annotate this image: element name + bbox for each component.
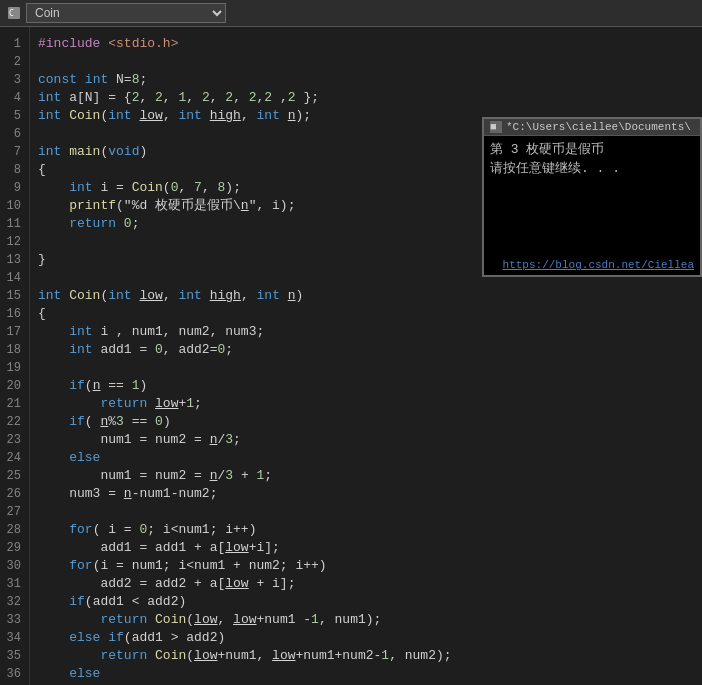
line-number: 22: [4, 413, 21, 431]
line-number: 11: [4, 215, 21, 233]
line-number: 18: [4, 341, 21, 359]
line-number: 17: [4, 323, 21, 341]
code-line: return Coin(low, low+num1 -1, num1);: [38, 611, 702, 629]
line-number: 30: [4, 557, 21, 575]
editor-container: 1234567891011121314151617181920212223242…: [0, 27, 702, 685]
code-line: num3 = n-num1-num2;: [38, 485, 702, 503]
line-number: 26: [4, 485, 21, 503]
line-number: 21: [4, 395, 21, 413]
code-line: int i , num1, num2, num3;: [38, 323, 702, 341]
line-number: 36: [4, 665, 21, 683]
line-number: 1: [4, 35, 21, 53]
line-number: 14: [4, 269, 21, 287]
code-line: const int N=8;: [38, 71, 702, 89]
line-number: 5: [4, 107, 21, 125]
line-number: 24: [4, 449, 21, 467]
line-number: 4: [4, 89, 21, 107]
code-line: if(add1 < add2): [38, 593, 702, 611]
line-number: 35: [4, 647, 21, 665]
svg-text:C: C: [9, 9, 14, 18]
terminal-line-2: 请按任意键继续. . .: [490, 159, 694, 178]
title-bar: C Coin: [0, 0, 702, 27]
terminal-body: 第 3 枚硬币是假币 请按任意键继续. . .: [484, 136, 700, 182]
code-line: #include <stdio.h>: [38, 35, 702, 53]
line-number: 31: [4, 575, 21, 593]
code-line: return low+1;: [38, 395, 702, 413]
line-number: 19: [4, 359, 21, 377]
line-number: 8: [4, 161, 21, 179]
terminal-window: ■ *C:\Users\ciellee\Documents\ 第 3 枚硬币是假…: [482, 117, 702, 277]
code-line: add2 = add2 + a[low + i];: [38, 575, 702, 593]
line-number: 16: [4, 305, 21, 323]
code-line: int Coin(int low, int high, int n): [38, 287, 702, 305]
code-line: else: [38, 449, 702, 467]
terminal-line-1: 第 3 枚硬币是假币: [490, 140, 694, 159]
line-numbers: 1234567891011121314151617181920212223242…: [0, 27, 30, 685]
line-number: 3: [4, 71, 21, 89]
terminal-icon: ■: [490, 121, 502, 133]
file-dropdown[interactable]: Coin: [26, 3, 226, 23]
code-line: for( i = 0; i<num1; i++): [38, 521, 702, 539]
code-line: else: [38, 665, 702, 683]
terminal-title-text: *C:\Users\ciellee\Documents\: [506, 121, 691, 133]
code-line: num1 = num2 = n/3 + 1;: [38, 467, 702, 485]
code-line: [38, 503, 702, 521]
line-number: 9: [4, 179, 21, 197]
code-line: if(n == 1): [38, 377, 702, 395]
line-number: 15: [4, 287, 21, 305]
editor-icon: C: [6, 5, 22, 21]
line-number: 25: [4, 467, 21, 485]
code-line: add1 = add1 + a[low+i];: [38, 539, 702, 557]
code-line: if( n%3 == 0): [38, 413, 702, 431]
code-line: int add1 = 0, add2=0;: [38, 341, 702, 359]
terminal-title-bar: ■ *C:\Users\ciellee\Documents\: [484, 119, 700, 136]
code-line: num1 = num2 = n/3;: [38, 431, 702, 449]
line-number: 29: [4, 539, 21, 557]
line-number: 6: [4, 125, 21, 143]
line-number: 13: [4, 251, 21, 269]
line-number: 23: [4, 431, 21, 449]
code-line: return Coin(low+num1, low+num1+num2-1, n…: [38, 647, 702, 665]
line-number: 2: [4, 53, 21, 71]
line-number: 34: [4, 629, 21, 647]
line-number: 7: [4, 143, 21, 161]
code-line: [38, 359, 702, 377]
terminal-url: https://blog.csdn.net/Ciellea: [503, 259, 694, 271]
line-number: 12: [4, 233, 21, 251]
line-number: 32: [4, 593, 21, 611]
line-number: 33: [4, 611, 21, 629]
code-line: for(i = num1; i<num1 + num2; i++): [38, 557, 702, 575]
code-line: int a[N] = {2, 2, 1, 2, 2, 2,2 ,2 };: [38, 89, 702, 107]
code-line: {: [38, 305, 702, 323]
line-number: 10: [4, 197, 21, 215]
line-number: 27: [4, 503, 21, 521]
code-line: else if(add1 > add2): [38, 629, 702, 647]
code-line: [38, 53, 702, 71]
line-number: 20: [4, 377, 21, 395]
line-number: 28: [4, 521, 21, 539]
